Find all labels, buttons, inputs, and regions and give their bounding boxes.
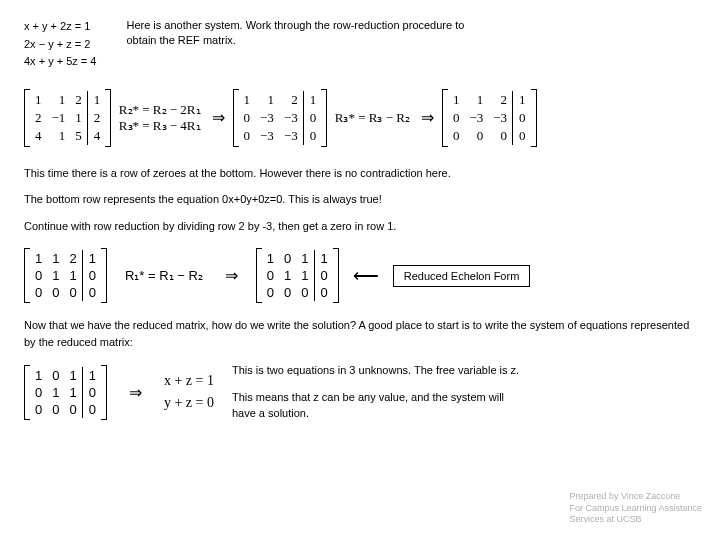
row-reduction-step1: 11212−1124154 R₂* = R₂ − 2R₁R₃* = R₃ − 4… — [24, 89, 696, 147]
matrix-initial: 11212−1124154 — [24, 89, 111, 147]
matrix-step3: 11210−3−300000 — [442, 89, 537, 147]
para-always-true: The bottom row represents the equation 0… — [24, 191, 696, 208]
bottom-explanation: This is two equations in 3 unknowns. The… — [232, 362, 522, 422]
matrix-rref: 101101100000 — [256, 248, 339, 303]
original-system: x + y + 2z = 1 2x − y + z = 2 4x + y + 5… — [24, 18, 96, 71]
arrow-icon: ⇒ — [212, 108, 225, 127]
eq3: 4x + y + 5z = 4 — [24, 53, 96, 71]
row-ops-1: R₂* = R₂ − 2R₁R₃* = R₃ − 4R₁ — [119, 102, 201, 134]
bottom-line2: This means that z can be any value, and … — [232, 389, 522, 422]
row-op-r3b: R₃* = R₃ − R₂ — [335, 110, 410, 126]
implies-icon: ⇒ — [129, 383, 142, 402]
row-op-r1: R₁* = R₁ − R₂ — [125, 268, 203, 283]
matrix-step2: 11210−3−300−3−30 — [233, 89, 328, 147]
intro-text: Here is another system. Work through the… — [126, 18, 466, 49]
eq1: x + y + 2z = 1 — [24, 18, 96, 36]
arrow-icon: ⇒ — [225, 266, 238, 285]
para-divide: Continue with row reduction by dividing … — [24, 218, 696, 235]
bottom-line1: This is two equations in 3 unknowns. The… — [232, 362, 522, 379]
matrix-final: 101101100000 — [24, 365, 107, 420]
arrow-icon: ⇒ — [421, 108, 434, 127]
reduced-eq2: y + z = 0 — [164, 392, 214, 414]
reduced-system: x + z = 1 y + z = 0 — [164, 370, 214, 415]
matrix-step4: 112101100000 — [24, 248, 107, 303]
para-zero-row: This time there is a row of zeroes at th… — [24, 165, 696, 182]
left-arrow-icon: ⟵ — [353, 265, 379, 287]
ref-label-box: Reduced Echelon Form — [393, 265, 531, 287]
reduced-eq1: x + z = 1 — [164, 370, 214, 392]
eq2: 2x − y + z = 2 — [24, 36, 96, 54]
para-solution-intro: Now that we have the reduced matrix, how… — [24, 317, 696, 350]
row-reduction-step2: 112101100000 R₁* = R₁ − R₂ ⇒ 10110110000… — [24, 248, 696, 303]
